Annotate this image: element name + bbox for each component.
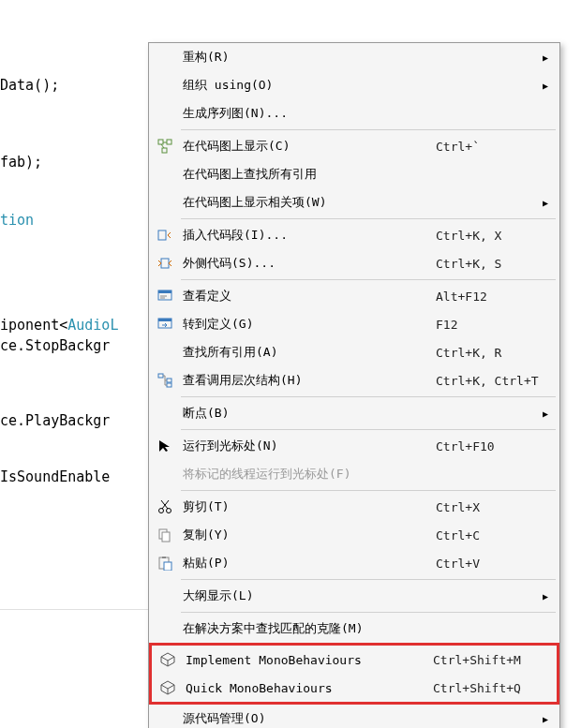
menu-item-organize-using[interactable]: 组织 using(O)▶ <box>149 71 559 99</box>
menu-item-label: 剪切(T) <box>177 498 436 515</box>
menu-item-label: 生成序列图(N)... <box>177 105 436 122</box>
submenu-arrow-icon: ▶ <box>539 591 552 602</box>
menu-item-label: Implement MonoBehaviours <box>180 653 433 667</box>
menu-item-label: 查看调用层次结构(H) <box>177 372 436 389</box>
code-editor-background: Data(); fab); tion iponent<AudioL ce.Sto… <box>0 0 150 728</box>
menu-item-cut[interactable]: 剪切(T)Ctrl+X <box>149 493 559 521</box>
menu-item-shortcut: Ctrl+X <box>436 500 539 514</box>
menu-item-label: 在代码图上显示相关项(W) <box>177 194 436 211</box>
code-line: fab); <box>0 152 150 172</box>
menu-item-shortcut: Ctrl+K, Ctrl+T <box>436 374 539 388</box>
menu-item-shortcut: Ctrl+K, S <box>436 257 539 271</box>
menu-separator <box>181 429 556 430</box>
menu-item-run-flagged: 将标记的线程运行到光标处(F) <box>149 460 559 488</box>
menu-item-label: 插入代码段(I)... <box>177 227 436 244</box>
menu-separator <box>181 218 556 219</box>
menu-item-shortcut: Ctrl+K, R <box>436 346 539 360</box>
menu-item-label: 重构(R) <box>177 49 436 66</box>
submenu-arrow-icon: ▶ <box>539 81 552 91</box>
menu-item-shortcut: Ctrl+K, X <box>436 229 539 243</box>
menu-item-quick-mono[interactable]: Quick MonoBehavioursCtrl+Shift+Q <box>152 674 557 702</box>
menu-item-call-hierarchy[interactable]: 查看调用层次结构(H)Ctrl+K, Ctrl+T <box>149 366 559 394</box>
menu-item-show-related-codemap[interactable]: 在代码图上显示相关项(W)▶ <box>149 188 559 216</box>
menu-item-copy[interactable]: 复制(Y)Ctrl+C <box>149 521 559 549</box>
menu-item-label: 将标记的线程运行到光标处(F) <box>177 466 436 483</box>
cube-icon <box>156 680 180 695</box>
cut-icon <box>153 499 177 514</box>
cursor-icon <box>153 438 177 453</box>
menu-item-refactor[interactable]: 重构(R)▶ <box>149 43 559 71</box>
divider <box>0 609 150 610</box>
submenu-arrow-icon: ▶ <box>539 198 552 208</box>
code-line: ce.PlayBackgr <box>0 410 150 431</box>
submenu-arrow-icon: ▶ <box>539 52 552 63</box>
submenu-arrow-icon: ▶ <box>539 409 552 419</box>
submenu-arrow-icon: ▶ <box>539 714 552 724</box>
menu-item-shortcut: Ctrl+V <box>436 557 539 571</box>
menu-item-shortcut: Ctrl+Shift+Q <box>433 681 536 695</box>
menu-item-find-refs-codemap[interactable]: 在代码图上查找所有引用 <box>149 160 559 188</box>
menu-item-goto-def[interactable]: 转到定义(G)F12 <box>149 310 559 338</box>
menu-separator <box>181 579 556 580</box>
highlighted-section: Implement MonoBehavioursCtrl+Shift+MQuic… <box>149 643 559 705</box>
menu-item-run-to-cursor[interactable]: 运行到光标处(N)Ctrl+F10 <box>149 432 559 460</box>
menu-item-shortcut: Ctrl+F10 <box>436 439 539 453</box>
codemap-icon <box>153 139 177 154</box>
cube-icon <box>156 652 180 667</box>
code-line: Data(); <box>0 75 150 96</box>
code-line: iponent<AudioL <box>0 315 150 335</box>
menu-item-insert-snippet[interactable]: 插入代码段(I)...Ctrl+K, X <box>149 221 559 249</box>
menu-item-find-clones[interactable]: 在解决方案中查找匹配的克隆(M) <box>149 615 559 643</box>
menu-item-label: 大纲显示(L) <box>177 587 436 604</box>
menu-item-label: 转到定义(G) <box>177 316 436 333</box>
snippet-out-icon <box>153 256 177 271</box>
copy-icon <box>153 527 177 542</box>
menu-item-label: 源代码管理(O) <box>177 710 436 727</box>
menu-item-impl-mono[interactable]: Implement MonoBehavioursCtrl+Shift+M <box>152 646 557 674</box>
menu-item-label: 在代码图上查找所有引用 <box>177 166 436 183</box>
menu-item-label: 运行到光标处(N) <box>177 438 436 454</box>
goto-icon <box>153 317 177 332</box>
code-line: tion <box>0 210 150 230</box>
menu-separator <box>181 612 556 613</box>
hierarchy-icon <box>153 373 177 388</box>
menu-item-label: 在解决方案中查找匹配的克隆(M) <box>177 620 436 637</box>
menu-item-label: 外侧代码(S)... <box>177 255 436 272</box>
menu-item-label: 查找所有引用(A) <box>177 344 436 361</box>
paste-icon <box>153 556 177 571</box>
menu-item-label: 在代码图上显示(C) <box>177 138 436 155</box>
menu-separator <box>181 279 556 280</box>
menu-item-label: 组织 using(O) <box>177 77 436 94</box>
menu-separator <box>181 129 556 130</box>
snippet-in-icon <box>153 228 177 243</box>
menu-item-show-codemap[interactable]: 在代码图上显示(C)Ctrl+` <box>149 132 559 160</box>
menu-item-surround-snippet[interactable]: 外侧代码(S)...Ctrl+K, S <box>149 249 559 277</box>
menu-item-label: 粘贴(P) <box>177 555 436 572</box>
menu-separator <box>181 396 556 397</box>
menu-item-shortcut: Ctrl+C <box>436 528 539 542</box>
code-line: ce.StopBackgr <box>0 335 150 356</box>
menu-item-paste[interactable]: 粘贴(P)Ctrl+V <box>149 549 559 577</box>
menu-item-shortcut: F12 <box>436 318 539 332</box>
menu-separator <box>181 490 556 491</box>
menu-item-label: 查看定义 <box>177 288 436 305</box>
menu-item-shortcut: Ctrl+` <box>436 140 539 154</box>
menu-item-label: Quick MonoBehaviours <box>180 681 433 695</box>
peek-icon <box>153 289 177 304</box>
menu-item-outline[interactable]: 大纲显示(L)▶ <box>149 582 559 610</box>
menu-item-peek-def[interactable]: 查看定义Alt+F12 <box>149 282 559 310</box>
menu-item-shortcut: Alt+F12 <box>436 290 539 304</box>
menu-item-gen-seq[interactable]: 生成序列图(N)... <box>149 99 559 127</box>
context-menu: 重构(R)▶组织 using(O)▶生成序列图(N)...在代码图上显示(C)C… <box>148 42 560 728</box>
menu-item-label: 复制(Y) <box>177 527 436 543</box>
menu-item-find-all-refs[interactable]: 查找所有引用(A)Ctrl+K, R <box>149 338 559 366</box>
menu-item-source-control[interactable]: 源代码管理(O)▶ <box>149 705 559 728</box>
menu-item-shortcut: Ctrl+Shift+M <box>433 653 536 667</box>
code-line: IsSoundEnable <box>0 467 150 487</box>
menu-item-label: 断点(B) <box>177 405 436 422</box>
menu-item-breakpoints[interactable]: 断点(B)▶ <box>149 399 559 427</box>
